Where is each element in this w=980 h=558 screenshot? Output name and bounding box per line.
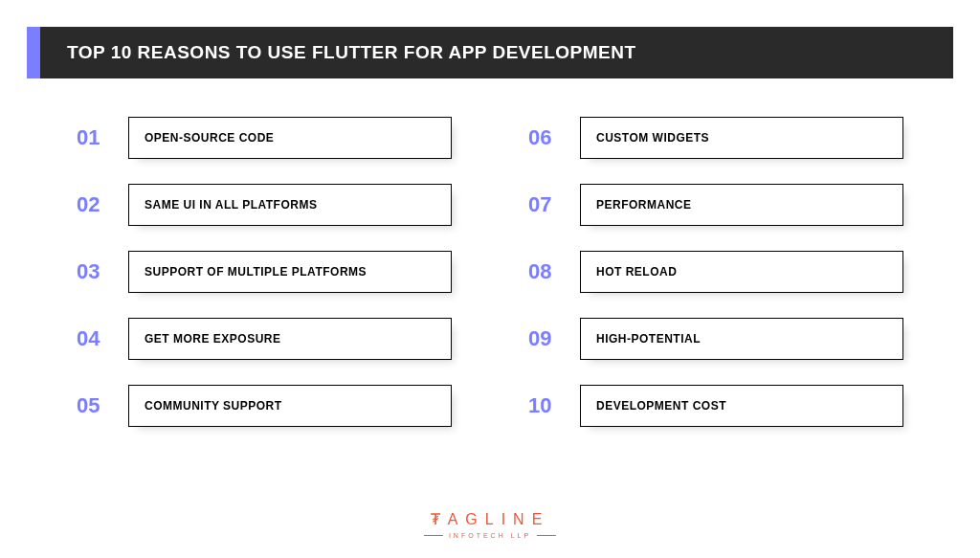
reason-label: CUSTOM WIDGETS xyxy=(596,131,887,145)
reason-item: 04 GET MORE EXPOSURE xyxy=(77,318,452,360)
reason-box: HOT RELOAD xyxy=(580,251,903,293)
reason-item: 10 DEVELOPMENT COST xyxy=(528,385,903,427)
logo-subtitle: INFOTECH LLP xyxy=(424,532,556,539)
reason-number: 02 xyxy=(77,192,111,217)
reason-box: SUPPORT OF MULTIPLE PLATFORMS xyxy=(128,251,452,293)
reason-number: 05 xyxy=(77,393,111,418)
reason-label: HOT RELOAD xyxy=(596,265,887,279)
reason-number: 09 xyxy=(528,326,563,351)
reason-box: SAME UI IN ALL PLATFORMS xyxy=(128,184,452,226)
reason-number: 08 xyxy=(528,259,563,284)
logo-subtitle-text: INFOTECH LLP xyxy=(449,532,531,539)
reason-item: 08 HOT RELOAD xyxy=(528,251,903,293)
reason-label: SAME UI IN ALL PLATFORMS xyxy=(145,198,435,212)
accent-bar xyxy=(27,27,40,78)
reason-item: 06 CUSTOM WIDGETS xyxy=(528,117,903,159)
reason-label: SUPPORT OF MULTIPLE PLATFORMS xyxy=(145,265,435,279)
content: 01 OPEN-SOURCE CODE 02 SAME UI IN ALL PL… xyxy=(0,117,980,427)
footer-logo: ₮AGLINE INFOTECH LLP xyxy=(424,510,556,539)
reason-label: PERFORMANCE xyxy=(596,198,887,212)
reason-box: GET MORE EXPOSURE xyxy=(128,318,452,360)
reason-item: 03 SUPPORT OF MULTIPLE PLATFORMS xyxy=(77,251,452,293)
reason-number: 06 xyxy=(528,125,563,150)
right-column: 06 CUSTOM WIDGETS 07 PERFORMANCE 08 HOT … xyxy=(528,117,903,427)
reason-item: 09 HIGH-POTENTIAL xyxy=(528,318,903,360)
page-title: TOP 10 REASONS TO USE FLUTTER FOR APP DE… xyxy=(67,42,636,63)
reason-item: 01 OPEN-SOURCE CODE xyxy=(77,117,452,159)
reason-label: GET MORE EXPOSURE xyxy=(145,332,435,346)
reason-number: 07 xyxy=(528,192,563,217)
reason-box: OPEN-SOURCE CODE xyxy=(128,117,452,159)
reason-box: HIGH-POTENTIAL xyxy=(580,318,903,360)
reason-number: 01 xyxy=(77,125,111,150)
reason-box: COMMUNITY SUPPORT xyxy=(128,385,452,427)
reason-item: 07 PERFORMANCE xyxy=(528,184,903,226)
reason-label: DEVELOPMENT COST xyxy=(596,399,887,413)
header: TOP 10 REASONS TO USE FLUTTER FOR APP DE… xyxy=(27,27,953,78)
reason-box: PERFORMANCE xyxy=(580,184,903,226)
reason-label: HIGH-POTENTIAL xyxy=(596,332,887,346)
title-bar: TOP 10 REASONS TO USE FLUTTER FOR APP DE… xyxy=(40,27,953,78)
reason-box: DEVELOPMENT COST xyxy=(580,385,903,427)
reason-number: 10 xyxy=(528,393,563,418)
logo-name: ₮AGLINE xyxy=(424,510,556,528)
reason-number: 04 xyxy=(77,326,111,351)
reason-label: COMMUNITY SUPPORT xyxy=(145,399,435,413)
reason-number: 03 xyxy=(77,259,111,284)
reason-label: OPEN-SOURCE CODE xyxy=(145,131,435,145)
reason-item: 05 COMMUNITY SUPPORT xyxy=(77,385,452,427)
left-column: 01 OPEN-SOURCE CODE 02 SAME UI IN ALL PL… xyxy=(77,117,452,427)
reason-item: 02 SAME UI IN ALL PLATFORMS xyxy=(77,184,452,226)
reason-box: CUSTOM WIDGETS xyxy=(580,117,903,159)
